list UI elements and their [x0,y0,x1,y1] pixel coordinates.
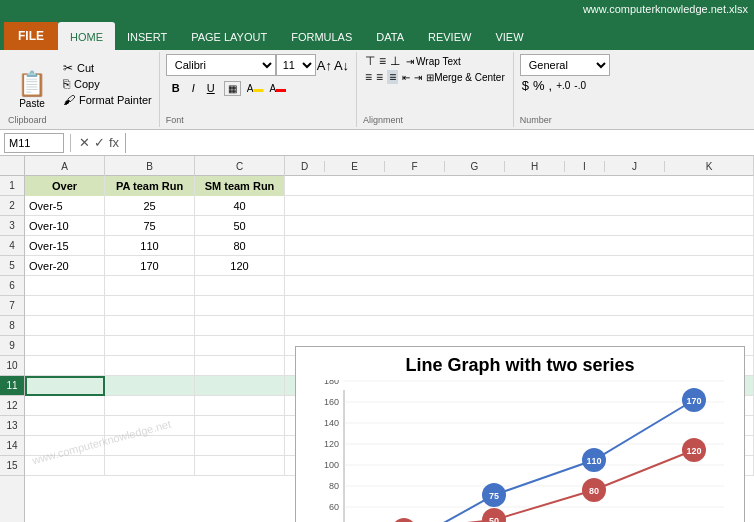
align-center-icon[interactable]: ≡ [376,70,383,84]
cell-a14[interactable] [25,436,105,456]
cell-a5[interactable]: Over-20 [25,256,105,276]
col-header-a[interactable]: A [25,156,105,176]
cell-a13[interactable] [25,416,105,436]
merge-center-button[interactable]: ⊞ Merge & Center [426,72,505,83]
fill-color-button[interactable]: A▬ [247,83,264,94]
col-header-k[interactable]: K [665,161,753,172]
col-header-d[interactable]: D [285,161,325,172]
cell-c11[interactable] [195,376,285,396]
cell-c8[interactable] [195,316,285,336]
col-header-b[interactable]: B [105,156,195,176]
col-header-j[interactable]: J [605,161,665,172]
insert-function-icon[interactable]: fx [109,135,119,150]
cell-rest-8[interactable] [285,316,754,336]
cell-a11[interactable] [25,376,105,396]
cell-b3[interactable]: 75 [105,216,195,236]
tab-formulas[interactable]: FORMULAS [279,22,364,50]
comma-button[interactable]: , [549,78,553,93]
cell-c6[interactable] [195,276,285,296]
decimal-decrease-button[interactable]: -.0 [574,80,586,91]
bold-button[interactable]: B [167,78,185,98]
cell-rest-2[interactable] [285,196,754,216]
cell-c2[interactable]: 40 [195,196,285,216]
cell-b9[interactable] [105,336,195,356]
tab-view[interactable]: VIEW [483,22,535,50]
row-5[interactable]: 5 [0,256,24,276]
wrap-text-button[interactable]: ⇥ Wrap Text [406,56,461,67]
row-9[interactable]: 9 [0,336,24,356]
cell-b11[interactable] [105,376,195,396]
col-header-h[interactable]: H [505,161,565,172]
cell-b2[interactable]: 25 [105,196,195,216]
align-top-icon[interactable]: ⊤ [365,54,375,68]
row-6[interactable]: 6 [0,276,24,296]
cell-b5[interactable]: 170 [105,256,195,276]
cell-a10[interactable] [25,356,105,376]
cell-rest-7[interactable] [285,296,754,316]
cell-rest-5[interactable] [285,256,754,276]
cell-a8[interactable] [25,316,105,336]
tab-page-layout[interactable]: PAGE LAYOUT [179,22,279,50]
row-14[interactable]: 14 [0,436,24,456]
col-header-i[interactable]: I [565,161,605,172]
font-family-select[interactable]: Calibri [166,54,276,76]
decrease-font-icon[interactable]: A↓ [334,58,349,73]
cell-a2[interactable]: Over-5 [25,196,105,216]
row-12[interactable]: 12 [0,396,24,416]
underline-button[interactable]: U [202,78,220,98]
cell-a15[interactable] [25,456,105,476]
cell-reference-input[interactable]: M11 [4,133,64,153]
col-header-f[interactable]: F [385,161,445,172]
cell-c13[interactable] [195,416,285,436]
col-header-e[interactable]: E [325,161,385,172]
format-painter-button[interactable]: 🖌 Format Painter [60,92,155,108]
cell-b1[interactable]: PA team Run [105,176,195,196]
align-middle-icon[interactable]: ≡ [379,54,386,68]
cell-c4[interactable]: 80 [195,236,285,256]
tab-file[interactable]: FILE [4,22,58,50]
decimal-increase-button[interactable]: +.0 [556,80,570,91]
cell-rest-3[interactable] [285,216,754,236]
number-format-select[interactable]: General [520,54,610,76]
cell-c15[interactable] [195,456,285,476]
cell-rest-1[interactable] [285,176,754,196]
percent-button[interactable]: % [533,78,545,93]
currency-button[interactable]: $ [522,78,529,93]
row-4[interactable]: 4 [0,236,24,256]
tab-insert[interactable]: INSERT [115,22,179,50]
cell-a1[interactable]: Over [25,176,105,196]
cell-b7[interactable] [105,296,195,316]
cell-b12[interactable] [105,396,195,416]
cell-a7[interactable] [25,296,105,316]
cell-c14[interactable] [195,436,285,456]
row-10[interactable]: 10 [0,356,24,376]
cell-a6[interactable] [25,276,105,296]
row-7[interactable]: 7 [0,296,24,316]
font-color-button[interactable]: A▬ [269,83,286,94]
cell-b6[interactable] [105,276,195,296]
cell-a3[interactable]: Over-10 [25,216,105,236]
cancel-formula-icon[interactable]: ✕ [79,135,90,150]
row-2[interactable]: 2 [0,196,24,216]
cut-button[interactable]: ✂ Cut [60,60,155,76]
cell-c1[interactable]: SM team Run [195,176,285,196]
tab-review[interactable]: REVIEW [416,22,483,50]
row-8[interactable]: 8 [0,316,24,336]
cell-b10[interactable] [105,356,195,376]
copy-button[interactable]: ⎘ Copy [60,76,155,92]
indent-increase-icon[interactable]: ⇥ [414,72,422,83]
row-15[interactable]: 15 [0,456,24,476]
cell-c10[interactable] [195,356,285,376]
cell-b8[interactable] [105,316,195,336]
cell-b14[interactable] [105,436,195,456]
formula-input[interactable] [125,133,750,153]
tab-home[interactable]: HOME [58,22,115,50]
font-size-select[interactable]: 11 [276,54,316,76]
align-right-icon[interactable]: ≡ [387,70,398,84]
cell-b15[interactable] [105,456,195,476]
tab-data[interactable]: DATA [364,22,416,50]
cell-b4[interactable]: 110 [105,236,195,256]
italic-button[interactable]: I [187,78,200,98]
border-button[interactable]: ▦ [224,81,241,96]
cell-a9[interactable] [25,336,105,356]
